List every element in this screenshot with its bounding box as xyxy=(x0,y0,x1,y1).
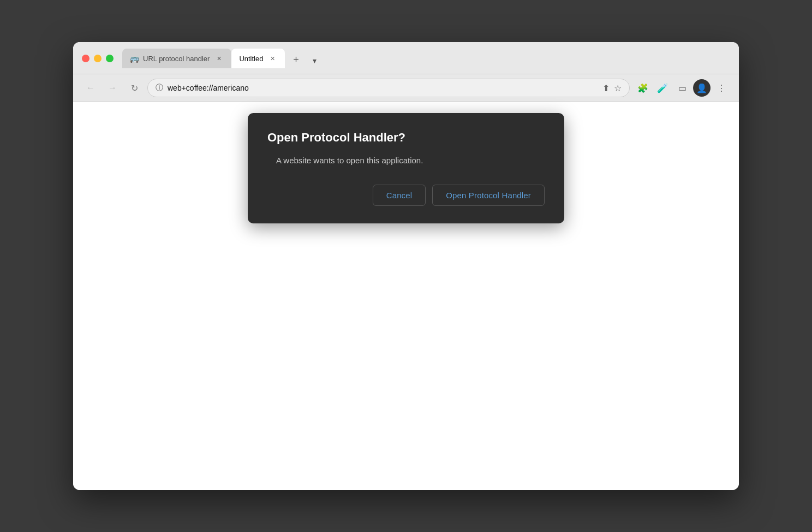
tab-untitled[interactable]: Untitled ✕ xyxy=(231,49,285,68)
info-icon: ⓘ xyxy=(156,83,163,93)
title-bar: 🚌 URL protocol handler ✕ Untitled ✕ + ▾ xyxy=(73,42,739,74)
toolbar-icons: 🧩 🧪 ▭ 👤 ⋮ xyxy=(634,79,730,97)
page-content: Open Protocol Handler? A website wants t… xyxy=(73,102,739,490)
tab-close-2[interactable]: ✕ xyxy=(267,54,277,63)
address-bar[interactable]: ⓘ web+coffee://americano ⬆ ☆ xyxy=(147,79,630,97)
extensions-button[interactable]: 🧩 xyxy=(634,79,652,97)
traffic-lights xyxy=(82,55,114,62)
minimize-button[interactable] xyxy=(94,55,101,62)
close-button[interactable] xyxy=(82,55,89,62)
forward-button[interactable]: → xyxy=(104,79,121,97)
profile-button[interactable]: 👤 xyxy=(693,79,710,97)
reload-button[interactable]: ↻ xyxy=(126,79,143,97)
back-button[interactable]: ← xyxy=(82,79,99,97)
labs-button[interactable]: 🧪 xyxy=(654,79,671,97)
extensions-icon: 🧩 xyxy=(637,83,648,93)
cancel-button[interactable]: Cancel xyxy=(373,185,426,206)
reload-icon: ↻ xyxy=(131,83,138,93)
dialog-message: A website wants to open this application… xyxy=(267,156,545,165)
url-text: web+coffee://americano xyxy=(168,84,598,92)
dialog-buttons: Cancel Open Protocol Handler xyxy=(267,185,545,206)
dialog-title: Open Protocol Handler? xyxy=(267,131,545,145)
tab-url-protocol-handler[interactable]: 🚌 URL protocol handler ✕ xyxy=(122,49,231,68)
forward-icon: → xyxy=(108,83,117,93)
nav-bar: ← → ↻ ⓘ web+coffee://americano ⬆ ☆ 🧩 🧪 ▭ xyxy=(73,74,739,102)
browser-window: 🚌 URL protocol handler ✕ Untitled ✕ + ▾ … xyxy=(73,42,739,490)
share-icon[interactable]: ⬆ xyxy=(602,83,610,93)
dialog-overlay: Open Protocol Handler? A website wants t… xyxy=(73,102,739,490)
tab-title-2: Untitled xyxy=(239,55,263,63)
tab-favicon-1: 🚌 xyxy=(130,54,139,63)
open-protocol-handler-button[interactable]: Open Protocol Handler xyxy=(432,185,545,206)
tab-dropdown-button[interactable]: ▾ xyxy=(307,53,322,68)
tab-title-1: URL protocol handler xyxy=(143,55,210,63)
labs-icon: 🧪 xyxy=(657,83,668,93)
tab-close-1[interactable]: ✕ xyxy=(214,54,224,63)
bookmark-icon[interactable]: ☆ xyxy=(614,83,622,93)
protocol-handler-dialog: Open Protocol Handler? A website wants t… xyxy=(248,113,564,223)
more-icon: ⋮ xyxy=(717,83,726,93)
new-tab-button[interactable]: + xyxy=(287,51,304,68)
sidebar-icon: ▭ xyxy=(678,83,686,93)
back-icon: ← xyxy=(86,83,95,93)
maximize-button[interactable] xyxy=(106,55,114,62)
tabs-container: 🚌 URL protocol handler ✕ Untitled ✕ + ▾ xyxy=(122,49,730,68)
sidebar-button[interactable]: ▭ xyxy=(673,79,691,97)
more-button[interactable]: ⋮ xyxy=(713,79,730,97)
profile-icon-label: 👤 xyxy=(696,83,707,93)
